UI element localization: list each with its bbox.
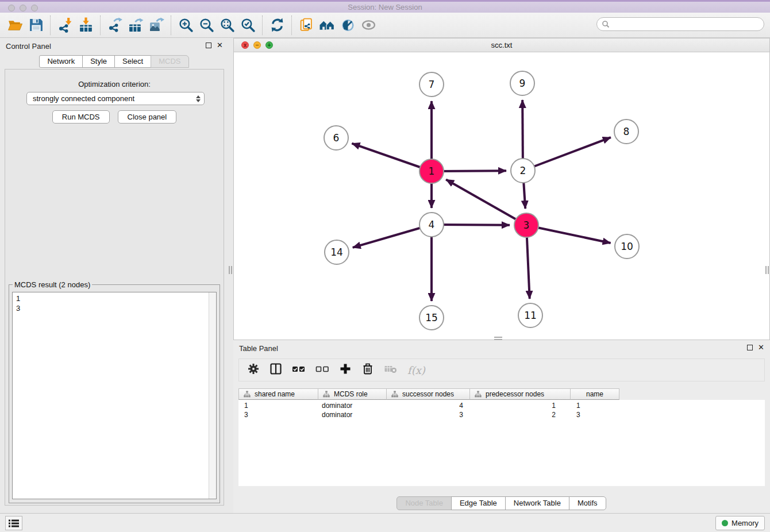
graph-node-1[interactable]: 1 [419, 159, 444, 183]
tab-motifs[interactable]: Motifs [569, 496, 606, 510]
close-panel-button[interactable]: Close panel [118, 110, 177, 124]
vertical-splitter[interactable] [229, 266, 232, 274]
export-network-icon[interactable] [105, 15, 125, 36]
network-graph-canvas[interactable]: 7968124314101511 [234, 52, 769, 340]
graph-node-4[interactable]: 4 [419, 213, 444, 237]
close-network-icon[interactable]: x [241, 41, 249, 49]
list-icon [9, 519, 19, 527]
hide-selected-icon[interactable] [337, 15, 358, 36]
zoom-window-button[interactable] [31, 5, 38, 11]
table-cell: dominator [318, 401, 387, 410]
node-table[interactable]: 1dominator4113dominator323 [238, 400, 765, 486]
tab-style[interactable]: Style [82, 55, 115, 68]
search-icon [602, 20, 610, 28]
control-panel-tabs: NetworkStyleSelectMCDS [0, 55, 229, 68]
graph-node-11[interactable]: 11 [518, 303, 542, 327]
save-session-icon[interactable] [25, 15, 46, 36]
graph-node-9[interactable]: 9 [510, 71, 534, 95]
select-all-icon[interactable] [292, 363, 306, 377]
zoom-in-icon[interactable] [175, 15, 196, 36]
export-table-icon[interactable] [125, 15, 146, 36]
svg-text:3: 3 [523, 219, 530, 231]
graph-node-15[interactable]: 15 [419, 306, 444, 330]
table-cell: dominator [318, 410, 387, 419]
control-panel-title: Control Panel [6, 42, 51, 51]
tab-select[interactable]: Select [114, 55, 151, 68]
mcds-result-title: MCDS result (2 nodes) [13, 280, 92, 289]
tab-edge-table[interactable]: Edge Table [451, 496, 506, 510]
run-mcds-button[interactable]: Run MCDS [52, 110, 110, 124]
export-image-icon[interactable] [146, 15, 167, 36]
tab-network[interactable]: Network [39, 55, 83, 68]
network-from-selection-icon[interactable] [296, 15, 317, 36]
float-table-panel-icon[interactable] [747, 345, 753, 350]
column-header-predecessor-nodes[interactable]: predecessor nodes [470, 388, 571, 400]
svg-text:9: 9 [519, 78, 526, 89]
task-history-button[interactable] [5, 516, 22, 530]
zoom-out-icon[interactable] [196, 15, 217, 36]
graph-edge-3-1[interactable] [446, 179, 526, 225]
window-title: Session: New Session [0, 3, 770, 11]
graph-node-2[interactable]: 2 [511, 159, 535, 183]
column-header-MCDS-role[interactable]: MCDS role [318, 388, 387, 400]
column-header-name[interactable]: name [571, 388, 619, 400]
toolbar-separator [291, 16, 292, 35]
toolbar-separator [262, 16, 263, 35]
memory-button[interactable]: Memory [715, 516, 765, 530]
optimization-criterion-select[interactable]: strongly connected component [26, 92, 205, 105]
graph-edge-3-10[interactable] [526, 225, 611, 243]
refresh-view-icon[interactable] [267, 15, 287, 36]
search-input[interactable] [610, 19, 764, 29]
open-session-icon[interactable] [5, 15, 25, 36]
close-window-button[interactable] [8, 5, 15, 11]
deselect-all-icon[interactable] [315, 363, 329, 377]
zoom-selected-icon[interactable] [237, 15, 258, 36]
table-cell: 2 [470, 410, 571, 419]
zoom-fit-icon[interactable] [217, 15, 237, 36]
settings-icon[interactable] [247, 363, 260, 377]
close-panel-icon[interactable]: ✕ [217, 42, 223, 49]
table-cell: 3 [571, 410, 619, 419]
optimization-criterion-label: Optimization criterion: [5, 80, 224, 88]
split-columns-icon[interactable] [270, 363, 282, 377]
table-row[interactable]: 3dominator323 [238, 410, 765, 419]
main-toolbar [0, 13, 770, 38]
add-column-icon[interactable] [339, 363, 352, 377]
graph-node-14[interactable]: 14 [325, 240, 349, 264]
show-all-icon[interactable] [358, 15, 379, 36]
control-panel: Control Panel ✕ NetworkStyleSelectMCDS O… [0, 38, 229, 513]
graph-edge-1-6[interactable] [352, 144, 432, 171]
graph-node-8[interactable]: 8 [614, 119, 638, 144]
table-header-row: shared nameMCDS rolesuccessor nodesprede… [238, 388, 619, 400]
svg-text:6: 6 [333, 132, 340, 144]
first-neighbors-icon[interactable] [317, 15, 337, 36]
result-scrollbar[interactable] [209, 292, 216, 499]
close-table-panel-icon[interactable]: ✕ [758, 344, 764, 351]
graph-node-3[interactable]: 3 [514, 213, 538, 237]
column-type-icon [475, 391, 482, 398]
graph-edge-2-8[interactable] [523, 137, 611, 171]
graph-node-7[interactable]: 7 [419, 72, 444, 97]
graph-node-6[interactable]: 6 [324, 126, 348, 150]
toolbar-separator [171, 16, 171, 35]
minimize-network-icon[interactable]: – [253, 41, 261, 49]
tab-node-table[interactable]: Node Table [396, 496, 452, 510]
mcds-result-box[interactable]: 1 3 [12, 292, 217, 499]
minimize-window-button[interactable] [20, 5, 26, 11]
import-table-icon[interactable] [75, 15, 96, 36]
column-header-shared-name[interactable]: shared name [238, 388, 318, 400]
delete-column-icon[interactable] [361, 363, 374, 377]
import-network-icon[interactable] [55, 15, 75, 36]
table-cell: 4 [387, 401, 470, 410]
graph-node-10[interactable]: 10 [615, 234, 639, 259]
search-box[interactable] [596, 17, 764, 31]
network-window-titlebar[interactable]: x – + scc.txt [234, 38, 769, 52]
maximize-network-icon[interactable]: + [265, 41, 273, 49]
table-row[interactable]: 1dominator411 [238, 401, 765, 410]
float-panel-icon[interactable] [206, 43, 211, 48]
tab-mcds[interactable]: MCDS [151, 55, 188, 68]
right-edge-splitter[interactable] [765, 266, 769, 274]
tab-network-table[interactable]: Network Table [505, 496, 569, 510]
column-header-successor-nodes[interactable]: successor nodes [387, 388, 470, 400]
svg-text:7: 7 [429, 79, 435, 90]
